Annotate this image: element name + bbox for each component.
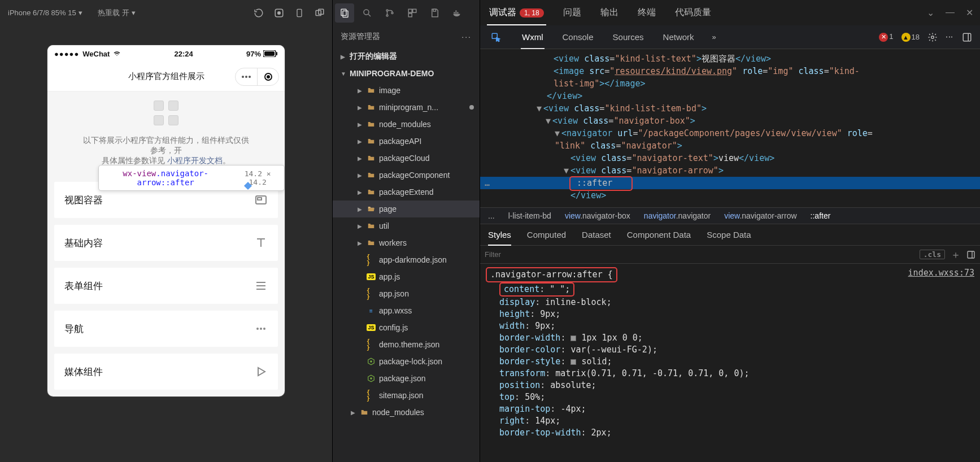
doc-link[interactable]: 小程序开发文档 (167, 156, 223, 165)
search-tab-icon[interactable] (358, 3, 377, 23)
css-declaration[interactable]: display: inline-block; (499, 297, 974, 308)
kind-item-label: 基础内容 (64, 237, 103, 250)
dom-tree[interactable]: <view class="kind-list-text">视图容器</view>… (480, 49, 980, 207)
device-picker[interactable]: iPhone 6/7/8 85% 15 ▾ (3, 0, 91, 25)
tree-item[interactable]: ▶packageCloud (333, 150, 480, 167)
record-icon[interactable] (270, 4, 288, 22)
tree-item[interactable]: ▶page (333, 201, 480, 217)
tree-item[interactable]: ▶miniprogram_n... (333, 99, 480, 116)
css-declaration[interactable]: top: 50%; (499, 391, 974, 403)
warning-count: 18 (912, 33, 920, 41)
section-project[interactable]: ▼ MINIPROGRAM-DEMO (333, 65, 480, 82)
crumb[interactable]: ... (488, 211, 495, 220)
sub-tab-wxml[interactable]: Wxml (521, 25, 545, 49)
style-tab-component-data[interactable]: Component Data (627, 224, 691, 246)
style-tab-scope-data[interactable]: Scope Data (707, 224, 751, 246)
dom-selected-line[interactable]: …::after (480, 177, 980, 189)
tree-item[interactable]: ▶node_modules (333, 404, 480, 421)
top-tab-problems[interactable]: 问题 (561, 0, 583, 25)
section-open-editors[interactable]: ▶ 打开的编辑器 (333, 48, 480, 65)
crumb-active[interactable]: ::after (811, 211, 831, 220)
tree-item[interactable]: JSapp.js (333, 268, 480, 285)
tree-item[interactable]: ▶workers (333, 234, 480, 251)
style-tab-styles[interactable]: Styles (488, 224, 511, 246)
sub-tab-sources[interactable]: Sources (612, 25, 645, 49)
tree-item[interactable]: package.json (333, 370, 480, 387)
tree-item[interactable]: ▶node_modules (333, 116, 480, 133)
add-rule-icon[interactable]: ＋ (951, 248, 961, 261)
css-prop-name: content (504, 284, 539, 294)
css-prop-value: absolute; (550, 380, 596, 390)
tree-item[interactable]: ▶packageAPI (333, 133, 480, 150)
popout-icon[interactable] (311, 4, 329, 22)
css-declaration[interactable]: position: absolute; (499, 380, 974, 391)
hot-reload-toggle[interactable]: 热重载 开 ▾ (93, 0, 155, 25)
style-tab-computed[interactable]: Computed (527, 224, 566, 246)
tree-item-label: package.json (379, 374, 426, 383)
crumb[interactable]: l-list-item-bd (508, 211, 551, 220)
tree-item[interactable]: package-lock.json (333, 353, 480, 370)
kind-item[interactable]: 媒体组件 (54, 354, 278, 390)
crumb[interactable]: navigator.navigator (644, 211, 711, 220)
capsule-close-button[interactable] (257, 68, 278, 85)
extensions-tab-icon[interactable] (403, 3, 422, 23)
css-declaration[interactable]: border-width: 1px 1px 0 0; (499, 332, 974, 344)
tree-item[interactable]: { }app.json (333, 285, 480, 302)
gear-icon[interactable] (927, 32, 938, 42)
dock-side-icon[interactable] (966, 250, 975, 259)
more-tabs-icon[interactable]: » (712, 33, 716, 41)
top-tab-output[interactable]: 输出 (598, 0, 621, 25)
close-icon[interactable]: ✕ (966, 7, 973, 18)
top-tab-terminal[interactable]: 终端 (635, 0, 658, 25)
style-tab-dataset[interactable]: Dataset (582, 224, 611, 246)
source-ref-link[interactable]: index.wxss:73 (908, 267, 974, 279)
kind-item[interactable]: 基础内容 (54, 225, 278, 261)
phone-frame-icon[interactable] (290, 4, 308, 22)
sub-tab-network[interactable]: Network (662, 25, 695, 49)
css-declaration[interactable]: height: 9px; (499, 308, 974, 320)
git-tab-icon[interactable] (380, 3, 399, 23)
dock-icon[interactable] (962, 32, 972, 42)
explorer-tab-icon[interactable] (335, 3, 354, 23)
dom-link[interactable]: resources/kind/view.png (615, 66, 732, 76)
capsule-menu-button[interactable] (236, 68, 257, 85)
swatch-icon[interactable] (570, 335, 576, 341)
tree-item[interactable]: { }app-darkmode.json (333, 251, 480, 268)
kebab-icon[interactable]: ⋮ (946, 33, 954, 41)
css-declaration[interactable]: width: 9px; (499, 320, 974, 332)
css-declaration[interactable]: transform: matrix(0.71, 0.71, -0.71, 0.7… (499, 368, 974, 380)
tree-item[interactable]: ≡app.wxss (333, 302, 480, 319)
css-declaration[interactable]: border-color: var(--weui-FG-2); (499, 344, 974, 356)
minimize-icon[interactable]: — (946, 7, 955, 18)
save-tab-icon[interactable] (425, 3, 445, 23)
more-icon[interactable]: ··· (461, 32, 472, 41)
chevron-down-icon[interactable]: ⌄ (927, 7, 934, 18)
tree-item[interactable]: { }sitemap.json (333, 387, 480, 404)
css-declaration[interactable]: content: " "; (499, 282, 974, 297)
tree-item[interactable]: { }demo.theme.json (333, 336, 480, 353)
crumb[interactable]: view.navigator-arrow (724, 211, 796, 220)
crumb[interactable]: view.navigator-box (565, 211, 630, 220)
kind-item[interactable]: 导航 (54, 311, 278, 347)
inspect-element-icon[interactable] (488, 29, 504, 45)
tree-item[interactable]: ▶util (333, 217, 480, 234)
tree-item[interactable]: ▶packageComponent (333, 167, 480, 184)
tree-item[interactable]: JSconfig.js (333, 319, 480, 336)
top-tab-debugger[interactable]: 调试器 1, 18 (487, 0, 546, 25)
tree-item[interactable]: ▶image (333, 82, 480, 99)
rotate-icon[interactable] (250, 4, 268, 22)
css-declaration[interactable]: margin-top: -4px; (499, 403, 974, 415)
tree-item-label: demo.theme.json (379, 340, 439, 349)
cls-toggle-button[interactable]: .cls (920, 250, 945, 259)
css-declaration[interactable]: border-top-width: 2px; (499, 427, 974, 439)
css-declaration[interactable]: right: 14px; (499, 415, 974, 427)
swatch-icon[interactable] (570, 359, 576, 365)
tree-item[interactable]: ▶packageExtend (333, 184, 480, 201)
style-filter-input[interactable] (485, 250, 920, 259)
docker-tab-icon[interactable] (448, 3, 467, 23)
kind-item[interactable]: 表单组件 (54, 268, 278, 304)
css-rules-pane[interactable]: index.wxss:73 .navigator-arrow:after { c… (480, 264, 980, 462)
css-declaration[interactable]: border-style: solid; (499, 356, 974, 368)
sub-tab-console[interactable]: Console (561, 25, 595, 49)
top-tab-code-quality[interactable]: 代码质量 (673, 0, 713, 25)
